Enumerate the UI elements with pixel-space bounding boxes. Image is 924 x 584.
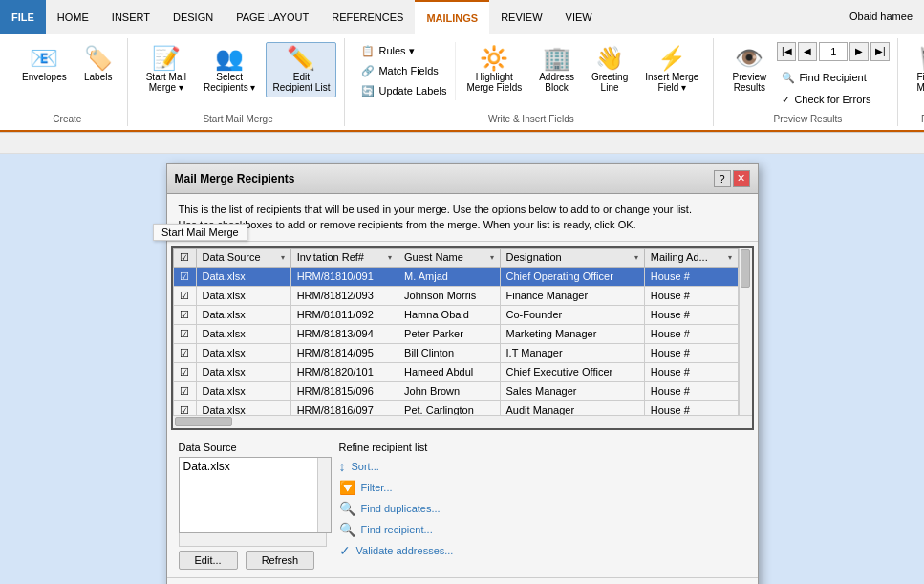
row-checkbox[interactable]: ☑: [173, 324, 196, 343]
table-vertical-scrollbar[interactable]: [739, 248, 752, 415]
finish-merge-button[interactable]: 🏁 Finish &Merge ▾: [910, 42, 924, 97]
ribbon-group-finish: 🏁 Finish &Merge ▾ Finish: [902, 38, 924, 126]
tab-file[interactable]: FILE: [0, 0, 46, 34]
greeting-line-button[interactable]: 👋 GreetingLine: [585, 42, 634, 97]
datasource-scrollbar[interactable]: [317, 458, 331, 532]
insert-merge-field-label: Insert MergeField ▾: [645, 72, 698, 93]
start-mail-merge-button[interactable]: 📝 Start MailMerge ▾: [140, 42, 193, 97]
edit-recipient-list-icon: ✏️: [287, 47, 315, 70]
refine-item-sort---[interactable]: ↕Sort...: [339, 459, 746, 474]
col-header-checkbox[interactable]: ☑: [173, 248, 196, 267]
table-row[interactable]: ☑ Data.xlsx HRM/81813/094 Peter Parker M…: [173, 324, 738, 343]
address-block-button[interactable]: 🏢 AddressBlock: [532, 42, 581, 97]
edit-recipient-list-button[interactable]: ✏️ EditRecipient List: [266, 42, 336, 97]
tab-home[interactable]: HOME: [46, 0, 100, 34]
row-datasource: Data.xlsx: [196, 324, 290, 343]
row-mailing: House #: [644, 286, 738, 305]
table-row[interactable]: ☑ Data.xlsx HRM/81810/091 M. Amjad Chief…: [173, 267, 738, 286]
update-labels-label: Update Labels: [378, 85, 446, 97]
refine-item-validate-addresses---[interactable]: ✓Validate addresses...: [339, 543, 746, 558]
refine-label: Validate addresses...: [356, 545, 454, 556]
row-checkbox[interactable]: ☑: [173, 362, 196, 381]
datasource-item[interactable]: Data.xlsx: [180, 458, 317, 475]
create-group-label: Create: [8, 114, 127, 124]
row-designation: Sales Manager: [500, 381, 644, 400]
rules-button[interactable]: 📋 Rules ▾: [356, 42, 451, 60]
update-labels-button[interactable]: 🔄 Update Labels: [356, 82, 451, 100]
refine-item-find-duplicates---[interactable]: 🔍Find duplicates...: [339, 501, 746, 516]
row-guestname: M. Amjad: [398, 267, 500, 286]
insert-merge-field-button[interactable]: ⚡ Insert MergeField ▾: [638, 42, 705, 97]
preview-results-button[interactable]: 👁️ PreviewResults: [725, 42, 773, 97]
row-checkbox[interactable]: ☑: [173, 267, 196, 286]
select-recipients-button[interactable]: 👥 SelectRecipients ▾: [197, 42, 262, 97]
tab-mailings[interactable]: MAILINGS: [415, 0, 489, 34]
nav-page-input[interactable]: [819, 42, 848, 61]
table-horizontal-scrollbar[interactable]: [173, 415, 752, 428]
col-header-guestname[interactable]: Guest Name▾: [398, 248, 500, 267]
labels-label: Labels: [84, 72, 112, 82]
ribbon-tabs: FILE HOME INSERT DESIGN PAGE LAYOUT REFE…: [0, 0, 924, 34]
edit-button[interactable]: Edit...: [179, 551, 238, 570]
greeting-line-label: GreetingLine: [591, 72, 628, 93]
row-mailing: House #: [644, 381, 738, 400]
insert-merge-field-icon: ⚡: [657, 47, 686, 70]
labels-icon: 🏷️: [84, 47, 113, 70]
row-invitationref: HRM/81811/092: [290, 305, 398, 324]
row-guestname: John Brown: [398, 381, 500, 400]
table-row[interactable]: ☑ Data.xlsx HRM/81820/101 Hameed Abdul C…: [173, 362, 738, 381]
table-row[interactable]: ☑ Data.xlsx HRM/81811/092 Hamna Obaid Co…: [173, 305, 738, 324]
nav-first-button[interactable]: |◀: [777, 42, 796, 61]
match-fields-button[interactable]: 🔗 Match Fields: [356, 62, 451, 80]
envelopes-button[interactable]: 📧 Envelopes: [15, 42, 74, 87]
col-header-invitationref[interactable]: Invitation Ref#▾: [290, 248, 398, 267]
col-header-datasource[interactable]: Data Source▾: [196, 248, 290, 267]
row-checkbox[interactable]: ☑: [173, 400, 196, 415]
refine-label: Find recipient...: [361, 524, 433, 535]
table-row[interactable]: ☑ Data.xlsx HRM/81815/096 John Brown Sal…: [173, 381, 738, 400]
datasource-h-scrollbar[interactable]: [179, 533, 327, 547]
nav-prev-button[interactable]: ◀: [798, 42, 817, 61]
nav-last-button[interactable]: ▶|: [870, 42, 890, 61]
highlight-merge-fields-button[interactable]: 🔆 HighlightMerge Fields: [460, 42, 528, 97]
tab-view[interactable]: VIEW: [554, 0, 604, 34]
dialog-titlebar: Mail Merge Recipients ? ✕: [167, 164, 758, 194]
refresh-button[interactable]: Refresh: [246, 551, 315, 570]
datasource-list[interactable]: Data.xlsx: [180, 458, 317, 532]
find-recipient-button[interactable]: 🔍 Find Recipient: [777, 69, 890, 87]
row-checkbox[interactable]: ☑: [173, 343, 196, 362]
tab-insert[interactable]: INSERT: [100, 0, 161, 34]
dialog-help-button[interactable]: ?: [714, 170, 731, 187]
col-header-mailingaddr[interactable]: Mailing Ad...▾: [644, 248, 738, 267]
nav-controls: |◀ ◀ ▶ ▶|: [777, 42, 890, 61]
update-labels-icon: 🔄: [361, 85, 375, 97]
refine-item-filter---[interactable]: 🔽Filter...: [339, 480, 746, 495]
row-checkbox[interactable]: ☑: [173, 381, 196, 400]
refine-icon: 🔍: [339, 522, 355, 537]
description-line1: This is the list of recipients that will…: [179, 202, 746, 218]
dialog-close-button[interactable]: ✕: [733, 170, 750, 187]
row-mailing: House #: [644, 343, 738, 362]
dialog-footer: OK: [167, 577, 758, 585]
ribbon-group-preview: 👁️ PreviewResults |◀ ◀ ▶ ▶| 🔍 Find Recip…: [718, 38, 898, 126]
tab-pagelayout[interactable]: PAGE LAYOUT: [225, 0, 320, 34]
datasource-label: Data Source: [179, 442, 332, 453]
row-checkbox[interactable]: ☑: [173, 305, 196, 324]
row-invitationref: HRM/81815/096: [290, 381, 398, 400]
envelopes-icon: 📧: [30, 47, 58, 70]
refine-item-find-recipient---[interactable]: 🔍Find recipient...: [339, 522, 746, 537]
row-checkbox[interactable]: ☑: [173, 286, 196, 305]
table-row[interactable]: ☑ Data.xlsx HRM/81812/093 Johnson Morris…: [173, 286, 738, 305]
tab-design[interactable]: DESIGN: [161, 0, 225, 34]
finish-merge-icon: 🏁: [919, 47, 924, 70]
labels-button[interactable]: 🏷️ Labels: [77, 42, 119, 87]
row-guestname: Bill Clinton: [398, 343, 500, 362]
check-for-errors-button[interactable]: ✓ Check for Errors: [777, 91, 890, 109]
table-row[interactable]: ☑ Data.xlsx HRM/81816/097 Pet. Carlingto…: [173, 400, 738, 415]
nav-next-button[interactable]: ▶: [849, 42, 869, 61]
col-header-designation[interactable]: Designation▾: [500, 248, 644, 267]
ribbon-content: 📧 Envelopes 🏷️ Labels Create 📝 Start Mai…: [0, 34, 924, 132]
tab-references[interactable]: REFERENCES: [320, 0, 415, 34]
table-row[interactable]: ☑ Data.xlsx HRM/81814/095 Bill Clinton I…: [173, 343, 738, 362]
tab-review[interactable]: REVIEW: [489, 0, 553, 34]
